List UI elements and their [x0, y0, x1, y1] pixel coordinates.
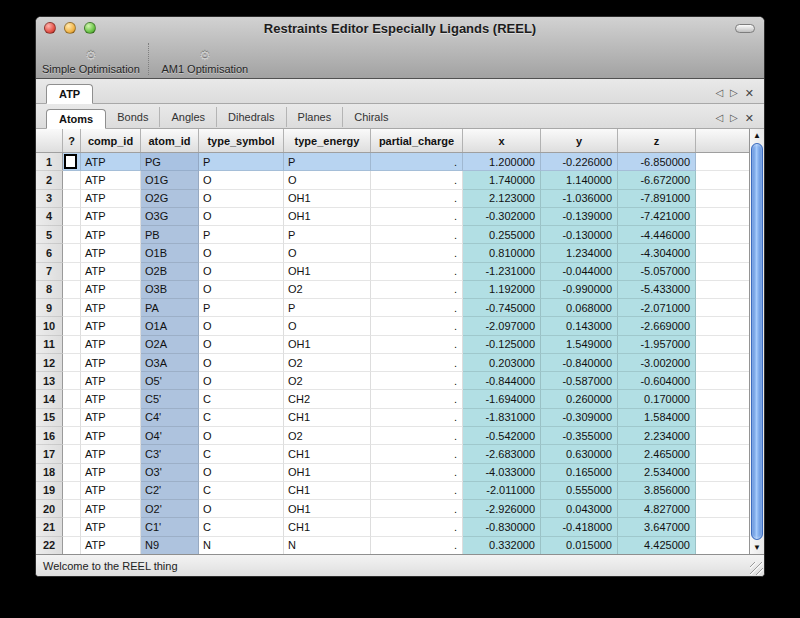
y-cell[interactable]: -0.418000 [541, 518, 618, 536]
partial-charge-cell[interactable]: . [371, 409, 463, 427]
question-cell[interactable] [63, 464, 81, 482]
type-energy-cell[interactable]: CH1 [284, 445, 371, 463]
comp-id-cell[interactable]: ATP [81, 482, 141, 500]
titlebar[interactable]: Restraints Editor Especially Ligands (RE… [36, 17, 764, 39]
question-cell[interactable] [63, 445, 81, 463]
scroll-down-icon[interactable]: ▼ [750, 541, 764, 554]
z-cell[interactable]: -7.891000 [618, 190, 696, 208]
partial-charge-cell[interactable]: . [371, 336, 463, 354]
z-cell[interactable]: -2.669000 [618, 317, 696, 335]
type-symbol-cell[interactable]: O [199, 190, 284, 208]
comp-id-cell[interactable]: ATP [81, 390, 141, 408]
x-cell[interactable]: -0.125000 [463, 336, 541, 354]
type-symbol-cell[interactable]: O [199, 208, 284, 226]
tab-scroll-left-icon[interactable]: ◁ [715, 113, 723, 123]
z-cell[interactable]: -5.433000 [618, 281, 696, 299]
z-cell[interactable]: -6.850000 [618, 153, 696, 171]
x-cell[interactable]: -0.302000 [463, 208, 541, 226]
y-cell[interactable]: 0.015000 [541, 537, 618, 555]
comp-id-cell[interactable]: ATP [81, 445, 141, 463]
scroll-up-icon[interactable]: ▲ [750, 129, 764, 142]
type-energy-cell[interactable]: O [284, 317, 371, 335]
y-cell[interactable]: 0.555000 [541, 482, 618, 500]
tab-bonds[interactable]: Bonds [106, 107, 160, 127]
atom-id-cell[interactable]: O2G [141, 190, 199, 208]
y-cell[interactable]: -0.840000 [541, 354, 618, 372]
row-header-cell[interactable]: 9 [36, 299, 63, 317]
z-cell[interactable]: -2.071000 [618, 299, 696, 317]
resize-grip[interactable] [750, 562, 763, 575]
comp-id-cell[interactable]: ATP [81, 299, 141, 317]
x-cell[interactable]: -1.694000 [463, 390, 541, 408]
partial-charge-cell[interactable]: . [371, 281, 463, 299]
type-energy-cell[interactable]: P [284, 153, 371, 171]
z-cell[interactable]: -4.446000 [618, 226, 696, 244]
row-header-cell[interactable]: 7 [36, 263, 63, 281]
question-cell[interactable] [63, 537, 81, 555]
type-energy-cell[interactable]: O2 [284, 372, 371, 390]
y-cell[interactable]: 0.260000 [541, 390, 618, 408]
atom-id-cell[interactable]: C1' [141, 518, 199, 536]
row-header-cell[interactable]: 10 [36, 317, 63, 335]
type-symbol-cell[interactable]: O [199, 244, 284, 262]
tab-atp[interactable]: ATP [46, 84, 93, 104]
y-cell[interactable]: -0.309000 [541, 409, 618, 427]
type-energy-cell[interactable]: CH1 [284, 409, 371, 427]
type-symbol-cell[interactable]: P [199, 226, 284, 244]
row-header-cell[interactable]: 19 [36, 482, 63, 500]
row-header-cell[interactable]: 20 [36, 500, 63, 518]
z-cell[interactable]: -3.002000 [618, 354, 696, 372]
atom-id-cell[interactable]: O4' [141, 427, 199, 445]
y-cell[interactable]: 0.630000 [541, 445, 618, 463]
z-cell[interactable]: 2.534000 [618, 464, 696, 482]
atom-id-cell[interactable]: O2' [141, 500, 199, 518]
comp-id-cell[interactable]: ATP [81, 208, 141, 226]
type-energy-cell[interactable]: OH1 [284, 190, 371, 208]
row-header-cell[interactable]: 18 [36, 464, 63, 482]
type-energy-cell[interactable]: O2 [284, 281, 371, 299]
tab-close-icon[interactable]: ✕ [745, 113, 754, 123]
x-cell[interactable]: -2.683000 [463, 445, 541, 463]
y-cell[interactable]: -1.036000 [541, 190, 618, 208]
row-header-cell[interactable]: 4 [36, 208, 63, 226]
y-cell[interactable]: 1.140000 [541, 171, 618, 189]
comp-id-cell[interactable]: ATP [81, 518, 141, 536]
partial-charge-cell[interactable]: . [371, 153, 463, 171]
y-cell[interactable]: -0.355000 [541, 427, 618, 445]
x-cell[interactable]: -2.011000 [463, 482, 541, 500]
question-cell[interactable] [63, 409, 81, 427]
column-header-question[interactable]: ? [63, 129, 81, 152]
row-header-cell[interactable]: 16 [36, 427, 63, 445]
row-header-cell[interactable]: 12 [36, 354, 63, 372]
type-symbol-cell[interactable]: O [199, 464, 284, 482]
row-header-cell[interactable]: 22 [36, 537, 63, 555]
comp-id-cell[interactable]: ATP [81, 190, 141, 208]
partial-charge-cell[interactable]: . [371, 372, 463, 390]
row-header-cell[interactable]: 15 [36, 409, 63, 427]
zoom-button[interactable] [84, 22, 96, 34]
partial-charge-cell[interactable]: . [371, 500, 463, 518]
type-energy-cell[interactable]: OH1 [284, 208, 371, 226]
partial-charge-cell[interactable]: . [371, 464, 463, 482]
y-cell[interactable]: -0.044000 [541, 263, 618, 281]
x-cell[interactable]: 1.740000 [463, 171, 541, 189]
comp-id-cell[interactable]: ATP [81, 409, 141, 427]
z-cell[interactable]: 4.425000 [618, 537, 696, 555]
type-energy-cell[interactable]: CH1 [284, 518, 371, 536]
atom-id-cell[interactable]: O3' [141, 464, 199, 482]
atom-id-cell[interactable]: O1A [141, 317, 199, 335]
comp-id-cell[interactable]: ATP [81, 464, 141, 482]
y-cell[interactable]: 1.234000 [541, 244, 618, 262]
row-header-cell[interactable]: 3 [36, 190, 63, 208]
y-cell[interactable]: 0.068000 [541, 299, 618, 317]
partial-charge-cell[interactable]: . [371, 317, 463, 335]
y-cell[interactable]: -0.139000 [541, 208, 618, 226]
question-cell[interactable] [63, 263, 81, 281]
y-cell[interactable]: 0.143000 [541, 317, 618, 335]
z-cell[interactable]: -1.957000 [618, 336, 696, 354]
type-symbol-cell[interactable]: O [199, 336, 284, 354]
row-header-cell[interactable]: 8 [36, 281, 63, 299]
question-cell[interactable] [63, 226, 81, 244]
x-cell[interactable]: 1.200000 [463, 153, 541, 171]
question-cell[interactable] [63, 336, 81, 354]
